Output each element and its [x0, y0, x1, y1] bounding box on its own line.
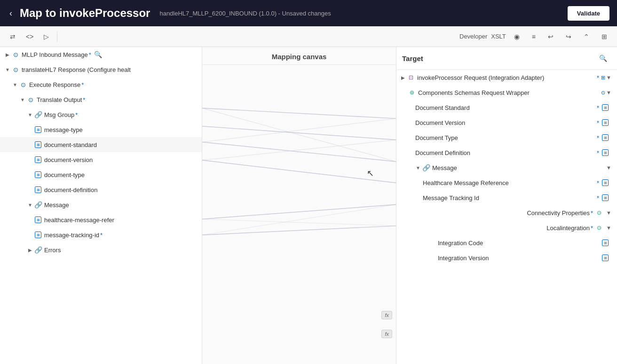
target-comp-schemas[interactable]: ⊚ Components Schemas Request Wrapper ⊙ ▼ [396, 85, 617, 100]
box-icon: ⊞ [34, 216, 42, 224]
expand-icon: ▼ [19, 96, 26, 103]
target-search-button[interactable]: 🔍 [595, 52, 611, 65]
dropdown-arrow[interactable]: ▼ [606, 165, 611, 170]
search-icon[interactable]: 🔍 [94, 51, 102, 58]
target-doc-standard[interactable]: Document Standard * ⊞ [396, 100, 617, 115]
db-icon: ⊡ [407, 73, 415, 82]
source-item-label: MLLP Inbound Message [22, 51, 88, 58]
xslt-label: XSLT [491, 33, 506, 40]
source-message[interactable]: ▼ 🔗 Message [0, 197, 202, 212]
target-item-label: Document Version [415, 119, 596, 126]
source-msg-group[interactable]: ▼ 🔗 Msg Group * [0, 107, 202, 122]
collapse-icon: ⌃ [584, 33, 589, 40]
redo-button[interactable]: ↪ [562, 30, 576, 43]
target-doc-definition[interactable]: Document Definition * ⊞ [396, 145, 617, 160]
source-translate-output[interactable]: ▼ ⊙ Translate Output * [0, 92, 202, 107]
target-item-label: Document Definition [415, 149, 596, 156]
target-integration-version[interactable]: Integration Version ⊞ [396, 250, 617, 265]
source-document-type[interactable]: ⊞ document-type [0, 167, 202, 182]
toolbar-right: Developer XSLT ◉ ≡ ↩ ↪ ⌃ ⊞ [459, 30, 611, 43]
collapse-button[interactable]: ⌃ [579, 30, 593, 43]
source-mllp-inbound[interactable]: ▶ ⊙ MLLP Inbound Message * 🔍 [0, 47, 202, 62]
group-icon: 🔗 [422, 163, 430, 172]
canvas-panel: Mapping canvas ↖ [202, 47, 396, 364]
fx-button-1[interactable]: fx [381, 311, 392, 319]
cursor-icon: ↖ [367, 168, 374, 178]
validate-button[interactable]: Validate [568, 6, 609, 21]
required-star: * [597, 149, 599, 156]
source-item-label: Execute Response [29, 81, 80, 88]
box-icon: ⊞ [601, 254, 609, 262]
main-content: ▶ ⊙ MLLP Inbound Message * 🔍 ▼ ⊙ transla… [0, 47, 617, 364]
expand-icon: ▼ [26, 201, 34, 209]
source-message-tracking-id[interactable]: ⊞ message-tracking-id * [0, 227, 202, 242]
target-doc-type[interactable]: Document Type * ⊞ [396, 130, 617, 145]
source-item-label: Errors [44, 247, 61, 254]
undo-icon: ↩ [548, 33, 554, 40]
dropdown-arrow[interactable]: ▼ [606, 90, 611, 95]
target-panel: Target 🔍 ▶ ⊡ invokeProcessor Request (In… [396, 47, 617, 364]
obj-icon: ⊙ [595, 209, 603, 217]
sync-icon: ⊙ [19, 80, 27, 89]
required-star: * [75, 111, 78, 118]
target-integration-code[interactable]: Integration Code ⊞ [396, 235, 617, 250]
sync-button[interactable]: ⇄ [6, 30, 20, 43]
target-item-label: Integration Version [438, 255, 599, 262]
target-invoke-processor[interactable]: ▶ ⊡ invokeProcessor Request (Integration… [396, 70, 617, 85]
layout-icon: ⊞ [601, 33, 607, 40]
required-star: * [597, 134, 599, 141]
source-panel: ▶ ⊙ MLLP Inbound Message * 🔍 ▼ ⊙ transla… [0, 47, 202, 364]
obj-icon: ⊚ [408, 88, 416, 97]
eye-button[interactable]: ◉ [510, 30, 524, 43]
undo-button[interactable]: ↩ [544, 30, 558, 43]
dropdown-arrow[interactable]: ▼ [606, 210, 611, 216]
target-connectivity-props[interactable]: Connectivity Properties * ⊙ ▼ [396, 205, 617, 220]
source-translatehl7[interactable]: ▼ ⊙ translateHL7 Response (Configure hea… [0, 62, 202, 77]
target-doc-version[interactable]: Document Version * ⊞ [396, 115, 617, 130]
play-button[interactable]: ▷ [40, 30, 53, 43]
source-execute-response[interactable]: ▼ ⊙ Execute Response * [0, 77, 202, 92]
required-star: * [597, 194, 599, 201]
svg-line-6 [202, 108, 396, 162]
expand-icon: ▶ [26, 246, 34, 254]
source-errors[interactable]: ▶ 🔗 Errors [0, 242, 202, 257]
source-document-version[interactable]: ⊞ document-version [0, 152, 202, 167]
sync-icon: ⊙ [11, 50, 20, 59]
dropdown-arrow[interactable]: ▼ [606, 225, 611, 231]
group-icon: 🔗 [34, 110, 42, 119]
source-message-type[interactable]: ⊞ message-type [0, 122, 202, 137]
box-icon: ⊞ [601, 103, 609, 112]
target-localintegration[interactable]: Localintegration * ⊙ ▼ [396, 220, 617, 235]
expand-btn[interactable]: ⊙ [601, 90, 605, 96]
required-star: * [100, 232, 103, 239]
filter-icon: ≡ [532, 33, 536, 40]
source-item-label: Msg Group [44, 111, 74, 118]
fx-button-2[interactable]: fx [381, 330, 392, 338]
connections-svg [202, 47, 396, 364]
dropdown-arrow[interactable]: ▼ [606, 75, 611, 80]
required-star: * [591, 225, 593, 232]
filter-button[interactable]: ≡ [528, 30, 540, 43]
play-icon: ▷ [44, 33, 49, 40]
layout-button[interactable]: ⊞ [597, 30, 611, 43]
code-button[interactable]: <> [22, 30, 38, 43]
expand-btn[interactable]: ⊞ [601, 75, 605, 81]
target-healthcare-msg-ref[interactable]: Healthcare Message Reference * ⊞ [396, 175, 617, 190]
svg-line-2 [202, 142, 396, 162]
box-icon: ⊞ [601, 133, 609, 142]
svg-line-7 [202, 118, 396, 142]
back-button[interactable]: ‹ [8, 7, 14, 20]
required-star: * [597, 179, 599, 186]
svg-line-10 [202, 205, 396, 235]
source-document-standard[interactable]: ⊞ document-standard [0, 137, 202, 152]
source-document-definition[interactable]: ⊞ document-definition [0, 182, 202, 197]
box-icon: ⊞ [601, 194, 609, 202]
canvas-label: Mapping canvas [202, 47, 396, 65]
target-item-label: Integration Code [438, 240, 599, 247]
target-message[interactable]: ▼ 🔗 Message ▼ [396, 160, 617, 175]
code-icon: <> [26, 33, 33, 40]
source-healthcare-msg-ref[interactable]: ⊞ healthcare-message-refer [0, 212, 202, 227]
target-msg-tracking-id[interactable]: Message Tracking Id * ⊞ [396, 190, 617, 205]
group-icon: 🔗 [34, 246, 42, 254]
required-star: * [81, 81, 84, 88]
